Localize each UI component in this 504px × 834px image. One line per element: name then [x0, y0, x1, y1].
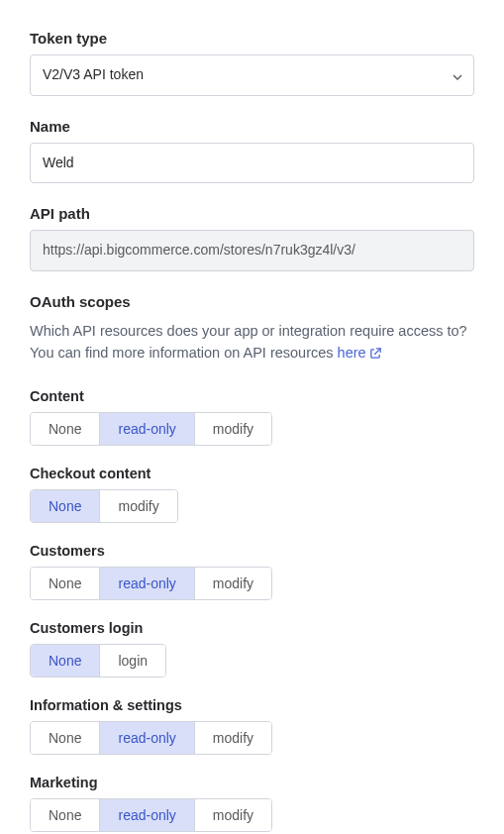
scope-group: CustomersNoneread-onlymodify — [30, 543, 474, 600]
scope-option-button[interactable]: read-only — [100, 413, 194, 445]
scope-button-group: Noneread-onlymodify — [30, 412, 272, 446]
scope-option-button[interactable]: modify — [195, 799, 271, 831]
scope-option-button[interactable]: modify — [195, 722, 271, 754]
oauth-scopes-heading: OAuth scopes — [30, 293, 474, 310]
scope-label: Marketing — [30, 775, 474, 790]
scope-button-group: Nonemodify — [30, 489, 178, 523]
scope-label: Content — [30, 388, 474, 404]
scope-group: MarketingNoneread-onlymodify — [30, 775, 474, 832]
scope-option-button[interactable]: modify — [100, 490, 176, 522]
scope-option-button[interactable]: read-only — [100, 722, 194, 754]
scope-group: Checkout contentNonemodify — [30, 466, 474, 523]
scope-button-group: Noneread-onlymodify — [30, 798, 272, 832]
scope-label: Information & settings — [30, 697, 474, 713]
scope-option-button[interactable]: None — [31, 568, 100, 599]
scope-button-group: Nonelogin — [30, 644, 166, 678]
scope-option-button[interactable]: None — [31, 645, 100, 677]
name-label: Name — [30, 118, 474, 135]
api-path-label: API path — [30, 205, 474, 222]
token-type-select[interactable]: V2/V3 API token — [30, 54, 474, 96]
oauth-help-prefix: Which API resources does your app or int… — [30, 323, 467, 361]
scope-option-button[interactable]: None — [31, 722, 100, 754]
name-input[interactable] — [30, 143, 474, 184]
token-type-label: Token type — [30, 30, 474, 47]
scope-group: Information & settingsNoneread-onlymodif… — [30, 697, 474, 755]
external-link-icon — [369, 344, 382, 365]
oauth-help-link[interactable]: here — [338, 345, 382, 361]
scope-label: Checkout content — [30, 466, 474, 481]
scope-group: ContentNoneread-onlymodify — [30, 388, 474, 446]
scope-option-button[interactable]: read-only — [100, 799, 194, 831]
scope-option-button[interactable]: login — [100, 645, 165, 677]
scope-option-button[interactable]: modify — [195, 413, 271, 445]
scope-button-group: Noneread-onlymodify — [30, 567, 272, 600]
scope-option-button[interactable]: None — [31, 413, 100, 445]
scope-label: Customers login — [30, 620, 474, 636]
scope-label: Customers — [30, 543, 474, 559]
scope-option-button[interactable]: read-only — [100, 568, 194, 599]
scope-button-group: Noneread-onlymodify — [30, 721, 272, 755]
scope-option-button[interactable]: modify — [195, 568, 271, 599]
scope-option-button[interactable]: None — [31, 490, 100, 522]
token-type-value: V2/V3 API token — [30, 54, 474, 96]
scope-option-button[interactable]: None — [31, 799, 100, 831]
api-path-value: https://api.bigcommerce.com/stores/n7ruk… — [30, 230, 474, 271]
oauth-help-text: Which API resources does your app or int… — [30, 320, 474, 366]
scope-group: Customers loginNonelogin — [30, 620, 474, 678]
